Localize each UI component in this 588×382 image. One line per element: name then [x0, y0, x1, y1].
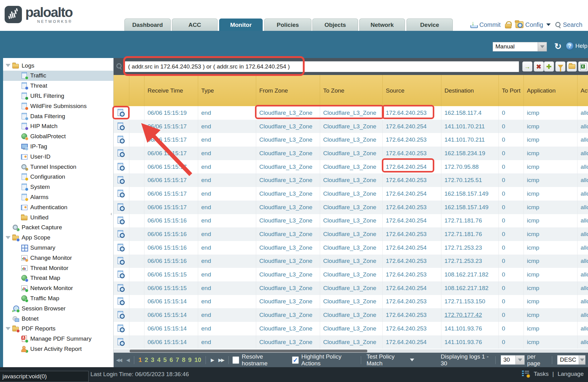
- page-number-9[interactable]: 9: [188, 356, 192, 363]
- cell-destination[interactable]: 141.101.70.211: [441, 120, 499, 133]
- sidebar-item-network-monitor[interactable]: Network Monitor: [3, 283, 114, 293]
- sidebar-item-session-browser[interactable]: Session Browser: [3, 303, 114, 313]
- cell-to-zone[interactable]: Cloudflare_L3_Zone: [320, 241, 383, 255]
- log-detail-magnifier-icon[interactable]: [117, 311, 125, 319]
- sidebar-item-configuration[interactable]: Configuration: [3, 172, 114, 182]
- cell-application[interactable]: icmp: [524, 133, 578, 147]
- cell-from-zone[interactable]: Cloudflare_L3_Zone: [256, 268, 320, 281]
- cell-to-zone[interactable]: Cloudflare_L3_Zone: [320, 295, 383, 309]
- cell-application[interactable]: icmp: [524, 147, 578, 160]
- sidebar-item-hip-match[interactable]: HIP Match: [3, 121, 114, 131]
- page-number-6[interactable]: 6: [169, 356, 173, 363]
- cell-destination[interactable]: 141.101.70.211: [441, 133, 499, 147]
- cell-source[interactable]: 172.64.240.253: [383, 308, 441, 322]
- cell-destination[interactable]: 172.70.177.42: [441, 308, 499, 322]
- sidebar-item-app-scope[interactable]: App Scope: [3, 233, 114, 243]
- cell-destination[interactable]: 172.70.125.51: [441, 173, 499, 187]
- cell-destination[interactable]: 172.71.181.76: [441, 214, 499, 228]
- log-detail-magnifier-icon[interactable]: [117, 136, 125, 144]
- cell-to-zone[interactable]: Cloudflare_L3_Zone: [320, 214, 383, 228]
- cell-to-zone[interactable]: Cloudflare_L3_Zone: [320, 160, 383, 174]
- cell-to-zone[interactable]: Cloudflare_L3_Zone: [320, 255, 383, 268]
- cell-application[interactable]: icmp: [524, 201, 578, 214]
- tab-network[interactable]: Network: [359, 19, 405, 31]
- tree-expander-icon[interactable]: [6, 327, 10, 330]
- cell-source[interactable]: 172.64.240.253: [383, 106, 441, 120]
- tab-dashboard[interactable]: Dashboard: [124, 19, 171, 31]
- log-detail-magnifier-icon[interactable]: [117, 244, 125, 252]
- cell-source[interactable]: 172.64.240.254: [383, 335, 441, 349]
- highlight-policy-actions-checkbox[interactable]: ✓: [292, 356, 299, 364]
- cell-from-zone[interactable]: Cloudflare_L3_Zone: [256, 281, 320, 295]
- cell-application[interactable]: icmp: [524, 281, 578, 295]
- cell-to-zone[interactable]: Cloudflare_L3_Zone: [320, 120, 383, 133]
- cell-application[interactable]: icmp: [524, 173, 578, 187]
- tab-policies[interactable]: Policies: [264, 19, 311, 31]
- per-page-select[interactable]: 30: [501, 355, 525, 365]
- cell-destination[interactable]: 172.71.253.23: [441, 241, 499, 255]
- column-header-to-port[interactable]: To Port: [499, 75, 524, 106]
- cell-source[interactable]: 172.64.240.253: [383, 201, 441, 214]
- cell-destination[interactable]: 162.158.157.149: [441, 187, 499, 201]
- cell-to-zone[interactable]: Cloudflare_L3_Zone: [320, 322, 383, 335]
- cell-from-zone[interactable]: Cloudflare_L3_Zone: [256, 241, 320, 255]
- cell-from-zone[interactable]: Cloudflare_L3_Zone: [256, 147, 320, 160]
- column-header-source[interactable]: Source: [383, 75, 441, 106]
- cell-source[interactable]: 172.64.240.253: [383, 133, 441, 147]
- cell-destination[interactable]: 108.162.217.182: [441, 268, 499, 281]
- sidebar-item-url-filtering[interactable]: URL Filtering: [3, 91, 114, 101]
- cell-application[interactable]: icmp: [524, 241, 578, 255]
- cell-to-zone[interactable]: Cloudflare_L3_Zone: [320, 308, 383, 322]
- log-detail-magnifier-icon[interactable]: [117, 163, 125, 171]
- cell-source[interactable]: 172.64.240.254: [383, 120, 441, 133]
- tab-monitor[interactable]: Monitor: [219, 19, 263, 31]
- cell-source[interactable]: 172.64.240.253: [383, 268, 441, 281]
- apply-filter-button[interactable]: →: [522, 61, 532, 72]
- cell-to-zone[interactable]: Cloudflare_L3_Zone: [320, 173, 383, 187]
- tab-acc[interactable]: ACC: [172, 19, 218, 31]
- cell-source[interactable]: 172.64.240.253: [383, 322, 441, 335]
- log-detail-magnifier-icon[interactable]: [117, 203, 125, 211]
- cell-source[interactable]: 172.64.240.254: [383, 160, 441, 174]
- page-number-10[interactable]: 10: [194, 356, 201, 363]
- cell-from-zone[interactable]: Cloudflare_L3_Zone: [256, 120, 320, 133]
- resolve-hostname-checkbox[interactable]: [232, 356, 239, 364]
- cell-source[interactable]: 172.64.240.254: [383, 187, 441, 201]
- column-header-to-zone[interactable]: To Zone: [320, 75, 383, 106]
- cell-from-zone[interactable]: Cloudflare_L3_Zone: [256, 227, 320, 241]
- column-header-destination[interactable]: Destination: [441, 75, 499, 106]
- log-detail-magnifier-icon[interactable]: [117, 284, 125, 292]
- refresh-icon[interactable]: ↻: [554, 41, 561, 52]
- sidebar-item-ip-tag[interactable]: IP-Tag: [3, 141, 114, 152]
- cell-source[interactable]: 172.64.240.253: [383, 255, 441, 268]
- sidebar-item-traffic[interactable]: Traffic: [3, 71, 114, 81]
- cell-from-zone[interactable]: Cloudflare_L3_Zone: [256, 106, 320, 120]
- sidebar-item-user-activity-report[interactable]: User Activity Report: [3, 344, 114, 353]
- column-header-from-zone[interactable]: From Zone: [256, 75, 320, 106]
- cell-destination[interactable]: 172.70.95.88: [441, 160, 499, 174]
- commit-button[interactable]: Commit: [470, 21, 501, 28]
- per-page-dropdown-button[interactable]: [515, 355, 524, 364]
- cell-from-zone[interactable]: Cloudflare_L3_Zone: [256, 322, 320, 335]
- scrollbar-thumb[interactable]: [130, 350, 367, 352]
- refresh-mode-dropdown-button[interactable]: [538, 42, 547, 51]
- log-filter-input[interactable]: [125, 61, 519, 72]
- cell-application[interactable]: icmp: [524, 214, 578, 228]
- cell-from-zone[interactable]: Cloudflare_L3_Zone: [256, 201, 320, 214]
- sidebar-item-traffic-map[interactable]: Traffic Map: [3, 293, 114, 303]
- cell-source[interactable]: 172.64.240.254: [383, 241, 441, 255]
- cell-to-zone[interactable]: Cloudflare_L3_Zone: [320, 268, 383, 281]
- cell-destination[interactable]: 162.158.117.4: [441, 106, 499, 120]
- log-detail-magnifier-icon[interactable]: [117, 149, 125, 157]
- log-detail-magnifier-icon[interactable]: [117, 109, 125, 117]
- last-page-button[interactable]: ▶▶: [216, 357, 226, 363]
- next-page-button[interactable]: ▶: [208, 357, 216, 363]
- sidebar-item-alarms[interactable]: Alarms: [3, 192, 114, 202]
- cell-from-zone[interactable]: Cloudflare_L3_Zone: [256, 308, 320, 322]
- tree-expander-icon[interactable]: [6, 236, 10, 239]
- page-number-3[interactable]: 3: [151, 356, 154, 363]
- sidebar-item-packet-capture[interactable]: Packet Capture: [3, 222, 114, 233]
- sort-order-dropdown-button[interactable]: [579, 355, 585, 364]
- column-header-application[interactable]: Application: [524, 75, 578, 106]
- search-button[interactable]: Search: [555, 21, 582, 28]
